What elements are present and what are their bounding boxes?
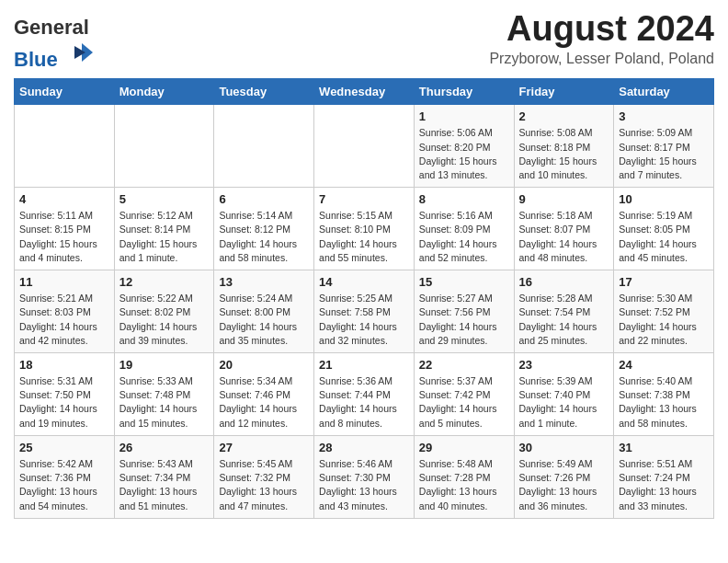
table-row: 12Sunrise: 5:22 AM Sunset: 8:02 PM Dayli… — [114, 270, 214, 353]
day-number: 10 — [619, 192, 709, 206]
table-row: 24Sunrise: 5:40 AM Sunset: 7:38 PM Dayli… — [614, 353, 714, 436]
day-info: Sunrise: 5:34 AM Sunset: 7:46 PM Dayligh… — [219, 374, 309, 431]
table-row: 9Sunrise: 5:18 AM Sunset: 8:07 PM Daylig… — [514, 188, 614, 270]
table-row: 22Sunrise: 5:37 AM Sunset: 7:42 PM Dayli… — [414, 353, 514, 436]
day-number: 13 — [219, 275, 309, 289]
table-row: 25Sunrise: 5:42 AM Sunset: 7:36 PM Dayli… — [15, 435, 115, 518]
day-number: 14 — [319, 275, 409, 289]
logo-icon — [65, 39, 93, 66]
table-row — [114, 105, 214, 188]
day-number: 25 — [19, 441, 109, 454]
table-row: 15Sunrise: 5:27 AM Sunset: 7:56 PM Dayli… — [414, 270, 514, 353]
day-info: Sunrise: 5:16 AM Sunset: 8:09 PM Dayligh… — [419, 209, 509, 265]
day-number: 1 — [419, 109, 509, 123]
day-number: 9 — [519, 192, 609, 206]
day-number: 22 — [419, 358, 509, 372]
day-info: Sunrise: 5:19 AM Sunset: 8:05 PM Dayligh… — [619, 209, 709, 265]
day-info: Sunrise: 5:08 AM Sunset: 8:18 PM Dayligh… — [519, 126, 609, 182]
table-row: 2Sunrise: 5:08 AM Sunset: 8:18 PM Daylig… — [514, 105, 614, 188]
table-row: 5Sunrise: 5:12 AM Sunset: 8:14 PM Daylig… — [114, 188, 214, 270]
table-row: 1Sunrise: 5:06 AM Sunset: 8:20 PM Daylig… — [414, 105, 514, 188]
day-info: Sunrise: 5:46 AM Sunset: 7:30 PM Dayligh… — [319, 457, 409, 513]
day-number: 3 — [619, 109, 709, 123]
header-friday: Friday — [514, 79, 614, 105]
day-info: Sunrise: 5:24 AM Sunset: 8:00 PM Dayligh… — [219, 292, 309, 348]
table-row: 31Sunrise: 5:51 AM Sunset: 7:24 PM Dayli… — [614, 435, 714, 518]
day-number: 4 — [19, 192, 109, 206]
table-row: 18Sunrise: 5:31 AM Sunset: 7:50 PM Dayli… — [15, 353, 115, 436]
table-row: 14Sunrise: 5:25 AM Sunset: 7:58 PM Dayli… — [314, 270, 415, 353]
table-row: 21Sunrise: 5:36 AM Sunset: 7:44 PM Dayli… — [314, 353, 415, 436]
day-info: Sunrise: 5:45 AM Sunset: 7:32 PM Dayligh… — [219, 457, 309, 513]
day-info: Sunrise: 5:43 AM Sunset: 7:34 PM Dayligh… — [119, 457, 210, 513]
table-row — [314, 105, 415, 188]
logo: General Blue — [14, 17, 93, 71]
day-info: Sunrise: 5:25 AM Sunset: 7:58 PM Dayligh… — [319, 292, 409, 348]
table-row: 4Sunrise: 5:11 AM Sunset: 8:15 PM Daylig… — [15, 188, 115, 270]
day-info: Sunrise: 5:37 AM Sunset: 7:42 PM Dayligh… — [419, 374, 509, 431]
day-info: Sunrise: 5:28 AM Sunset: 7:54 PM Dayligh… — [519, 292, 609, 348]
day-info: Sunrise: 5:31 AM Sunset: 7:50 PM Dayligh… — [19, 374, 109, 431]
day-number: 30 — [519, 441, 609, 454]
header-saturday: Saturday — [614, 79, 714, 105]
header-wednesday: Wednesday — [314, 79, 415, 105]
logo-blue-text: Blue — [14, 48, 58, 71]
day-number: 11 — [19, 275, 109, 289]
table-row: 3Sunrise: 5:09 AM Sunset: 8:17 PM Daylig… — [614, 105, 714, 188]
calendar-title: August 2024 — [489, 9, 714, 49]
day-info: Sunrise: 5:21 AM Sunset: 8:03 PM Dayligh… — [19, 292, 109, 348]
day-number: 26 — [119, 441, 210, 454]
table-row: 8Sunrise: 5:16 AM Sunset: 8:09 PM Daylig… — [414, 188, 514, 270]
day-info: Sunrise: 5:15 AM Sunset: 8:10 PM Dayligh… — [319, 209, 409, 265]
day-number: 19 — [119, 358, 210, 372]
day-info: Sunrise: 5:33 AM Sunset: 7:48 PM Dayligh… — [119, 374, 210, 431]
day-info: Sunrise: 5:09 AM Sunset: 8:17 PM Dayligh… — [619, 126, 709, 182]
day-info: Sunrise: 5:06 AM Sunset: 8:20 PM Dayligh… — [419, 126, 509, 182]
day-info: Sunrise: 5:12 AM Sunset: 8:14 PM Dayligh… — [119, 209, 210, 265]
header-thursday: Thursday — [414, 79, 514, 105]
day-info: Sunrise: 5:11 AM Sunset: 8:15 PM Dayligh… — [19, 209, 109, 265]
table-row: 28Sunrise: 5:46 AM Sunset: 7:30 PM Dayli… — [314, 435, 415, 518]
header: General Blue August 2024 Przyborow, Less… — [14, 9, 714, 71]
day-info: Sunrise: 5:14 AM Sunset: 8:12 PM Dayligh… — [219, 209, 309, 265]
header-monday: Monday — [114, 79, 214, 105]
header-sunday: Sunday — [15, 79, 115, 105]
day-number: 7 — [319, 192, 409, 206]
day-number: 28 — [319, 441, 409, 454]
table-row: 30Sunrise: 5:49 AM Sunset: 7:26 PM Dayli… — [514, 435, 614, 518]
day-info: Sunrise: 5:40 AM Sunset: 7:38 PM Dayligh… — [619, 374, 709, 431]
calendar-week-5: 25Sunrise: 5:42 AM Sunset: 7:36 PM Dayli… — [15, 435, 714, 518]
table-row: 27Sunrise: 5:45 AM Sunset: 7:32 PM Dayli… — [214, 435, 314, 518]
day-number: 29 — [419, 441, 509, 454]
day-number: 6 — [219, 192, 309, 206]
day-info: Sunrise: 5:22 AM Sunset: 8:02 PM Dayligh… — [119, 292, 210, 348]
day-info: Sunrise: 5:48 AM Sunset: 7:28 PM Dayligh… — [419, 457, 509, 513]
table-row — [15, 105, 115, 188]
header-tuesday: Tuesday — [214, 79, 314, 105]
table-row: 6Sunrise: 5:14 AM Sunset: 8:12 PM Daylig… — [214, 188, 314, 270]
day-number: 21 — [319, 358, 409, 372]
logo-general-text: General — [14, 16, 89, 39]
table-row: 13Sunrise: 5:24 AM Sunset: 8:00 PM Dayli… — [214, 270, 314, 353]
calendar-header-row: Sunday Monday Tuesday Wednesday Thursday… — [15, 79, 714, 105]
table-row: 19Sunrise: 5:33 AM Sunset: 7:48 PM Dayli… — [114, 353, 214, 436]
table-row: 10Sunrise: 5:19 AM Sunset: 8:05 PM Dayli… — [614, 188, 714, 270]
calendar-week-4: 18Sunrise: 5:31 AM Sunset: 7:50 PM Dayli… — [15, 353, 714, 436]
day-number: 8 — [419, 192, 509, 206]
table-row: 16Sunrise: 5:28 AM Sunset: 7:54 PM Dayli… — [514, 270, 614, 353]
day-info: Sunrise: 5:36 AM Sunset: 7:44 PM Dayligh… — [319, 374, 409, 431]
table-row: 20Sunrise: 5:34 AM Sunset: 7:46 PM Dayli… — [214, 353, 314, 436]
calendar-week-3: 11Sunrise: 5:21 AM Sunset: 8:03 PM Dayli… — [15, 270, 714, 353]
table-row — [214, 105, 314, 188]
day-info: Sunrise: 5:30 AM Sunset: 7:52 PM Dayligh… — [619, 292, 709, 348]
calendar-week-2: 4Sunrise: 5:11 AM Sunset: 8:15 PM Daylig… — [15, 188, 714, 270]
day-info: Sunrise: 5:18 AM Sunset: 8:07 PM Dayligh… — [519, 209, 609, 265]
day-number: 31 — [619, 441, 709, 454]
day-info: Sunrise: 5:49 AM Sunset: 7:26 PM Dayligh… — [519, 457, 609, 513]
day-number: 12 — [119, 275, 210, 289]
day-info: Sunrise: 5:39 AM Sunset: 7:40 PM Dayligh… — [519, 374, 609, 431]
day-number: 2 — [519, 109, 609, 123]
day-number: 5 — [119, 192, 210, 206]
day-info: Sunrise: 5:51 AM Sunset: 7:24 PM Dayligh… — [619, 457, 709, 513]
table-row: 26Sunrise: 5:43 AM Sunset: 7:34 PM Dayli… — [114, 435, 214, 518]
